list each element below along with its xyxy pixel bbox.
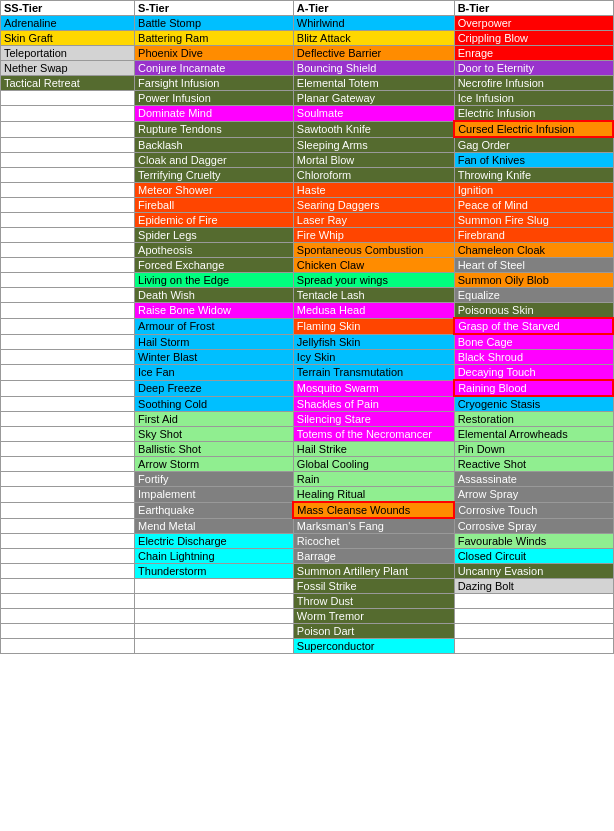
cell-a-7: Sawtooth Knife bbox=[293, 121, 454, 137]
cell-a-26: Silencing Stare bbox=[293, 412, 454, 427]
cell-b-12: Peace of Mind bbox=[454, 198, 613, 213]
cell-ss-26 bbox=[1, 412, 135, 427]
cell-ss-0: Adrenaline bbox=[1, 16, 135, 31]
cell-b-25: Cryogenic Stasis bbox=[454, 396, 613, 412]
cell-a-21: Jellyfish Skin bbox=[293, 334, 454, 350]
cell-a-0: Whirlwind bbox=[293, 16, 454, 31]
cell-s-10: Terrifying Cruelty bbox=[135, 168, 294, 183]
cell-a-23: Terrain Transmutation bbox=[293, 365, 454, 381]
cell-ss-3: Nether Swap bbox=[1, 61, 135, 76]
cell-s-1: Battering Ram bbox=[135, 31, 294, 46]
cell-b-9: Fan of Knives bbox=[454, 153, 613, 168]
cell-s-31: Impalement bbox=[135, 487, 294, 503]
table-row: Arrow StormGlobal CoolingReactive Shot bbox=[1, 457, 614, 472]
table-row: Rupture TendonsSawtooth KnifeCursed Elec… bbox=[1, 121, 614, 137]
cell-b-5: Ice Infusion bbox=[454, 91, 613, 106]
table-row: Armour of FrostFlaming SkinGrasp of the … bbox=[1, 318, 614, 334]
cell-ss-17 bbox=[1, 273, 135, 288]
cell-ss-36 bbox=[1, 564, 135, 579]
cell-s-17: Living on the Edge bbox=[135, 273, 294, 288]
cell-s-26: First Aid bbox=[135, 412, 294, 427]
cell-ss-40 bbox=[1, 624, 135, 639]
cell-a-37: Fossil Strike bbox=[293, 579, 454, 594]
cell-b-28: Pin Down bbox=[454, 442, 613, 457]
cell-a-4: Elemental Totem bbox=[293, 76, 454, 91]
cell-a-33: Marksman's Fang bbox=[293, 518, 454, 534]
cell-a-12: Searing Daggers bbox=[293, 198, 454, 213]
cell-ss-1: Skin Graft bbox=[1, 31, 135, 46]
cell-a-17: Spread your wings bbox=[293, 273, 454, 288]
table-row: Death WishTentacle LashEqualize bbox=[1, 288, 614, 303]
cell-s-40 bbox=[135, 624, 294, 639]
cell-s-15: Apotheosis bbox=[135, 243, 294, 258]
table-row: TeleportationPhoenix DiveDeflective Barr… bbox=[1, 46, 614, 61]
cell-b-14: Firebrand bbox=[454, 228, 613, 243]
cell-b-21: Bone Cage bbox=[454, 334, 613, 350]
cell-a-27: Totems of the Necromancer bbox=[293, 427, 454, 442]
table-row: Tactical RetreatFarsight InfusionElement… bbox=[1, 76, 614, 91]
cell-ss-16 bbox=[1, 258, 135, 273]
cell-ss-15 bbox=[1, 243, 135, 258]
cell-s-32: Earthquake bbox=[135, 502, 294, 518]
cell-b-6: Electric Infusion bbox=[454, 106, 613, 122]
cell-a-11: Haste bbox=[293, 183, 454, 198]
cell-b-31: Arrow Spray bbox=[454, 487, 613, 503]
cell-b-8: Gag Order bbox=[454, 137, 613, 153]
cell-s-39 bbox=[135, 609, 294, 624]
cell-ss-2: Teleportation bbox=[1, 46, 135, 61]
table-row: AdrenalineBattle StompWhirlwindOverpower bbox=[1, 16, 614, 31]
cell-b-40 bbox=[454, 624, 613, 639]
cell-a-25: Shackles of Pain bbox=[293, 396, 454, 412]
table-row: Hail StormJellyfish SkinBone Cage bbox=[1, 334, 614, 350]
cell-a-5: Planar Gateway bbox=[293, 91, 454, 106]
table-row: EarthquakeMass Cleanse WoundsCorrosive T… bbox=[1, 502, 614, 518]
cell-a-30: Rain bbox=[293, 472, 454, 487]
cell-b-39 bbox=[454, 609, 613, 624]
cell-ss-5 bbox=[1, 91, 135, 106]
cell-a-3: Bouncing Shield bbox=[293, 61, 454, 76]
cell-s-3: Conjure Incarnate bbox=[135, 61, 294, 76]
table-row: Ice FanTerrain TransmutationDecaying Tou… bbox=[1, 365, 614, 381]
cell-ss-28 bbox=[1, 442, 135, 457]
cell-b-33: Corrosive Spray bbox=[454, 518, 613, 534]
cell-s-14: Spider Legs bbox=[135, 228, 294, 243]
cell-ss-37 bbox=[1, 579, 135, 594]
cell-ss-30 bbox=[1, 472, 135, 487]
table-row: Spider LegsFire WhipFirebrand bbox=[1, 228, 614, 243]
table-row: ApotheosisSpontaneous CombustionChameleo… bbox=[1, 243, 614, 258]
cell-b-29: Reactive Shot bbox=[454, 457, 613, 472]
cell-ss-12 bbox=[1, 198, 135, 213]
cell-a-40: Poison Dart bbox=[293, 624, 454, 639]
cell-s-16: Forced Exchange bbox=[135, 258, 294, 273]
cell-s-37 bbox=[135, 579, 294, 594]
cell-ss-4: Tactical Retreat bbox=[1, 76, 135, 91]
cell-s-38 bbox=[135, 594, 294, 609]
cell-ss-35 bbox=[1, 549, 135, 564]
cell-s-27: Sky Shot bbox=[135, 427, 294, 442]
cell-ss-14 bbox=[1, 228, 135, 243]
table-row: Dominate MindSoulmateElectric Infusion bbox=[1, 106, 614, 122]
cell-b-18: Equalize bbox=[454, 288, 613, 303]
cell-ss-8 bbox=[1, 137, 135, 153]
cell-a-24: Mosquito Swarm bbox=[293, 380, 454, 396]
table-row: Cloak and DaggerMortal BlowFan of Knives bbox=[1, 153, 614, 168]
cell-s-23: Ice Fan bbox=[135, 365, 294, 381]
cell-ss-21 bbox=[1, 334, 135, 350]
table-row: ImpalementHealing RitualArrow Spray bbox=[1, 487, 614, 503]
cell-s-33: Mend Metal bbox=[135, 518, 294, 534]
cell-s-6: Dominate Mind bbox=[135, 106, 294, 122]
cell-ss-29 bbox=[1, 457, 135, 472]
cell-ss-7 bbox=[1, 121, 135, 137]
cell-a-10: Chloroform bbox=[293, 168, 454, 183]
cell-ss-31 bbox=[1, 487, 135, 503]
cell-s-28: Ballistic Shot bbox=[135, 442, 294, 457]
cell-b-15: Chameleon Cloak bbox=[454, 243, 613, 258]
cell-ss-22 bbox=[1, 350, 135, 365]
cell-ss-39 bbox=[1, 609, 135, 624]
cell-ss-9 bbox=[1, 153, 135, 168]
cell-ss-41 bbox=[1, 639, 135, 654]
table-row: Fossil StrikeDazing Bolt bbox=[1, 579, 614, 594]
cell-b-22: Black Shroud bbox=[454, 350, 613, 365]
table-row: Deep FreezeMosquito SwarmRaining Blood bbox=[1, 380, 614, 396]
cell-s-20: Armour of Frost bbox=[135, 318, 294, 334]
